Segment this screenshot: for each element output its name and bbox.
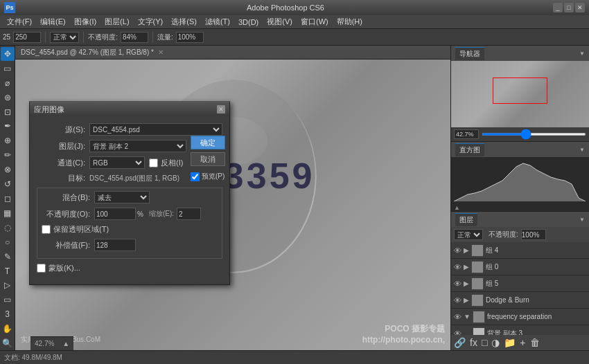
offset-input[interactable] [94, 239, 136, 251]
invert-checkbox[interactable] [149, 158, 158, 167]
navigator-header[interactable]: 导航器 ▼ [451, 46, 589, 61]
menu-image[interactable]: 图像(I) [70, 15, 100, 28]
menu-view[interactable]: 视图(V) [263, 15, 297, 28]
layer-item[interactable]: 👁 ▶ 组 5 [451, 275, 589, 292]
ok-button[interactable]: 确定 [191, 136, 225, 149]
minimize-button[interactable]: _ [553, 3, 563, 12]
menu-layer[interactable]: 图层(L) [100, 15, 133, 28]
canvas-zoom-bar: 42.7% ▲ [30, 336, 73, 350]
tool-eyedropper[interactable]: ✒ [1, 120, 15, 134]
menu-select[interactable]: 选择(S) [167, 15, 201, 28]
options-row: 保留透明区域(T) [42, 224, 218, 235]
tool-history-brush[interactable]: ↺ [1, 177, 15, 191]
menu-window[interactable]: 窗口(W) [297, 15, 333, 28]
close-button[interactable]: ✕ [575, 3, 585, 12]
navigator-preview[interactable] [451, 61, 589, 127]
layers-header[interactable]: 图层 ▼ [451, 212, 589, 227]
layer-group-icon: ▶ [464, 263, 469, 271]
tool-move[interactable]: ✥ [1, 47, 15, 61]
layers-collapse-icon[interactable]: ▼ [579, 217, 585, 223]
dialog-titlebar[interactable]: 应用图像 ✕ [30, 102, 229, 116]
tool-zoom[interactable]: 🔍 [1, 336, 15, 350]
layer-item[interactable]: 👁 ▼ frequency separation [451, 309, 589, 325]
tool-pen[interactable]: ✎ [1, 250, 15, 264]
tab-layers[interactable]: 图层 [455, 213, 477, 226]
canvas-close-icon[interactable]: ✕ [158, 48, 164, 56]
target-label: 目标: [37, 173, 85, 183]
layer-visibility-icon[interactable]: 👁 [454, 246, 464, 255]
flow-input[interactable] [176, 32, 204, 43]
layer-item[interactable]: 👁 ▶ 组 0 [451, 259, 589, 275]
source-select[interactable]: DSC_4554.psd [89, 123, 222, 136]
layer-item[interactable]: 👁 ▶ Dodge & Burn [451, 292, 589, 309]
navigator-collapse-icon[interactable]: ▼ [579, 51, 585, 57]
menu-edit[interactable]: 编辑(E) [36, 15, 70, 28]
layer-new-button[interactable]: + [520, 337, 525, 348]
opacity-layers-input[interactable] [521, 229, 546, 240]
layers-tabs: 图层 [455, 213, 477, 226]
tool-text[interactable]: T [1, 264, 15, 278]
layer-fx-button[interactable]: fx [470, 337, 477, 348]
tool-shape[interactable]: ▭ [1, 293, 15, 307]
layer-group-button[interactable]: 📁 [504, 337, 516, 348]
tool-marquee[interactable]: ▭ [1, 62, 15, 75]
blend-mode-select[interactable]: 正常 [454, 229, 483, 240]
tool-dodge[interactable]: ○ [1, 235, 15, 249]
preserve-alpha-checkbox[interactable] [42, 225, 51, 234]
opacity-input[interactable] [121, 32, 148, 43]
toolbar: 25 正常 不透明度: 流量: [0, 29, 589, 46]
tool-eraser[interactable]: ◻ [1, 192, 15, 206]
offset-label: 补偿值(F): [42, 240, 90, 251]
tab-navigator[interactable]: 导航器 [455, 47, 484, 60]
layer-item[interactable]: 👁 ▶ 组 4 [451, 242, 589, 259]
tool-heal[interactable]: ⊕ [1, 134, 15, 147]
channel-select[interactable]: RGB [89, 156, 145, 169]
navigator-zoom-slider[interactable] [482, 133, 586, 136]
canvas-background[interactable]: 453359 POCO 摄影专题 http://photo.poco.cn, 实… [15, 60, 450, 350]
navigator-zoom-input[interactable] [454, 129, 479, 139]
menu-filter[interactable]: 滤镜(T) [201, 15, 234, 28]
tool-brush[interactable]: ✏ [1, 148, 15, 162]
layer-visibility-icon[interactable]: 👁 [454, 313, 464, 321]
layer-name: 组 5 [486, 279, 586, 289]
cancel-button[interactable]: 取消 [191, 152, 225, 166]
tool-blur[interactable]: ◌ [1, 221, 15, 235]
blending-row: 混合(B): 减去 [42, 191, 218, 203]
navigator-controls [451, 127, 589, 141]
layer-select[interactable]: 背景 副本 2 [89, 140, 186, 152]
menu-help[interactable]: 帮助(H) [333, 15, 367, 28]
canvas-tab[interactable]: DSC_4554.psd @ 42.7% (图层 1, RGB/8) * ✕ [15, 46, 450, 60]
layer-item[interactable]: 👁 背景 副本 3 [451, 325, 589, 335]
layer-delete-button[interactable]: 🗑 [530, 337, 540, 348]
scale-input[interactable] [177, 208, 201, 220]
mask-checkbox[interactable] [37, 264, 46, 273]
layer-mask-button[interactable]: □ [482, 337, 487, 348]
opacity-dialog-input[interactable] [94, 208, 136, 220]
tool-gradient[interactable]: ▦ [1, 206, 15, 220]
tool-lasso[interactable]: ⌀ [1, 76, 15, 90]
menu-3d[interactable]: 3D(D) [234, 17, 263, 28]
preview-checkbox[interactable] [191, 172, 200, 181]
tool-3d[interactable]: 3 [1, 307, 15, 321]
layer-link-button[interactable]: 🔗 [454, 337, 466, 348]
tool-crop[interactable]: ⊡ [1, 105, 15, 119]
maximize-button[interactable]: □ [564, 3, 574, 12]
layer-visibility-icon[interactable]: 👁 [454, 329, 464, 336]
tool-path-select[interactable]: ▷ [1, 279, 15, 293]
layer-visibility-icon[interactable]: 👁 [454, 296, 464, 304]
tool-hand[interactable]: ✋ [1, 322, 15, 336]
tool-quick-select[interactable]: ⊛ [1, 91, 15, 104]
menu-file[interactable]: 文件(F) [3, 15, 36, 28]
histogram-collapse-icon[interactable]: ▼ [579, 147, 585, 153]
layer-visibility-icon[interactable]: 👁 [454, 263, 464, 271]
menu-text[interactable]: 文字(Y) [134, 15, 168, 28]
blending-select[interactable]: 减去 [94, 191, 150, 203]
histogram-header[interactable]: 直方图 ▼ [451, 142, 589, 157]
zoom-input[interactable] [13, 32, 41, 43]
layer-adjust-button[interactable]: ◑ [491, 337, 500, 348]
tab-histogram[interactable]: 直方图 [455, 143, 484, 156]
dialog-close-button[interactable]: ✕ [217, 105, 225, 113]
layer-visibility-icon[interactable]: 👁 [454, 280, 464, 288]
tool-clone[interactable]: ⊗ [1, 163, 15, 176]
mode-select[interactable]: 正常 [50, 32, 79, 43]
